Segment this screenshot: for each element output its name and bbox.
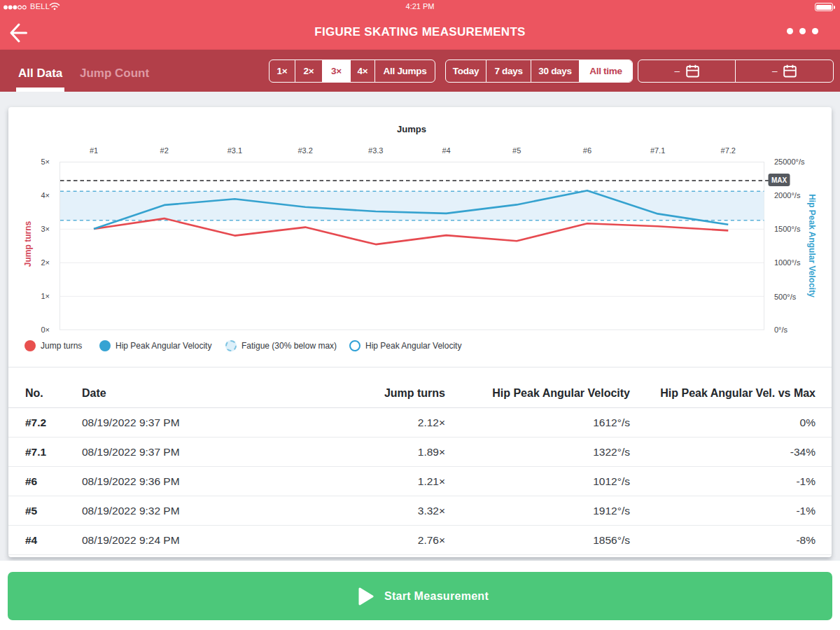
- svg-text:Jump turns: Jump turns: [23, 221, 33, 267]
- svg-text:0×: 0×: [41, 326, 50, 334]
- svg-text:2000°/s: 2000°/s: [774, 191, 801, 200]
- svg-text:25000°/s: 25000°/s: [774, 158, 805, 166]
- svg-text:2×: 2×: [41, 258, 50, 267]
- svg-text:Hip Peak Angular Velocity: Hip Peak Angular Velocity: [807, 194, 817, 298]
- svg-text:#1: #1: [90, 146, 98, 155]
- svg-text:#3.2: #3.2: [298, 146, 312, 155]
- svg-text:1500°/s: 1500°/s: [774, 225, 801, 233]
- svg-text:500°/s: 500°/s: [774, 293, 797, 301]
- svg-text:#5: #5: [512, 146, 521, 155]
- svg-text:3×: 3×: [41, 225, 50, 233]
- svg-text:MAX: MAX: [771, 176, 788, 184]
- svg-text:4×: 4×: [41, 191, 50, 200]
- svg-text:0°/s: 0°/s: [774, 326, 788, 334]
- svg-text:Jumps: Jumps: [397, 124, 426, 134]
- svg-text:#6: #6: [583, 146, 592, 155]
- svg-text:#7.2: #7.2: [721, 146, 736, 155]
- svg-text:1000°/s: 1000°/s: [774, 258, 801, 267]
- svg-text:1×: 1×: [41, 292, 50, 300]
- svg-text:#3.3: #3.3: [368, 146, 383, 155]
- svg-text:#4: #4: [442, 146, 450, 155]
- svg-text:#3.1: #3.1: [227, 146, 242, 155]
- svg-text:#7.1: #7.1: [650, 146, 665, 155]
- svg-text:5×: 5×: [41, 158, 50, 166]
- svg-text:#2: #2: [160, 146, 169, 155]
